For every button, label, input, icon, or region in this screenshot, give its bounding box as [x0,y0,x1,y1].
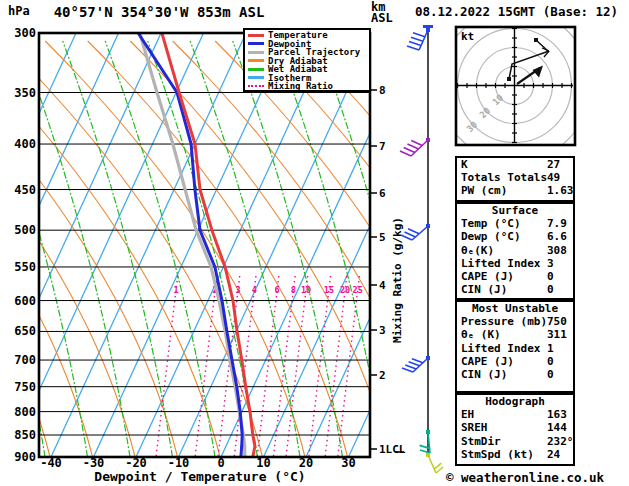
wind-barb-400 [400,138,430,156]
table-row: Dewp (°C)6.6 [457,230,573,243]
table-row: StmSpd (kt)24 [457,448,573,461]
legend-swatch-wet-adiabat [248,68,264,71]
mixing-ratio-value: 4 [252,285,257,295]
sounding-curves [138,33,255,457]
km-tick-label: 7 [379,140,386,153]
temp-tick-label: 20 [299,456,313,470]
row-value: 7.9 [547,217,567,231]
mixing-ratio-value: 3 [235,285,240,295]
hodograph: 102030kt [439,10,591,162]
row-value: 0 [547,368,554,382]
row-value: 1.63 [547,184,574,198]
pressure-tick-label: 400 [14,137,36,151]
row-label: EH [461,408,474,421]
hodograph-unit-label: kt [461,30,474,43]
row-value: 0 [547,270,554,284]
km-tick-label: 8 [379,84,386,97]
mixing-ratio-value: 25 [353,285,363,295]
km-tick-label: 3 [379,324,386,337]
table-row: Temp (°C)7.9 [457,217,573,230]
curve-dewpoint [138,33,242,457]
table-row: CAPE (J)0 [457,355,573,368]
page-title: 40°57'N 354°30'W 853m ASL [38,4,280,20]
km-tick-label: 6 [379,187,386,200]
row-value: 24 [547,448,560,462]
pressure-tick-label: 450 [14,183,36,197]
row-label: Totals Totals [461,171,547,184]
row-value: 6.6 [547,230,567,244]
mixing-ratio-value: 6 [275,285,280,295]
table-surface: SurfaceTemp (°C)7.9Dewp (°C)6.6θₑ(K)308L… [455,202,575,300]
row-value: 311 [547,328,567,342]
row-value: 1 [547,342,554,356]
table-row: Lifted Index3 [457,257,573,270]
legend: TemperatureDewpointParcel TrajectoryDry … [243,28,371,92]
table-row: PW (cm)1.63 [457,184,573,197]
table-row: EH163 [457,408,573,421]
row-label: K [461,158,468,171]
pressure-tick-label: 550 [14,260,36,274]
table-row: StmDir232° [457,435,573,448]
row-label: CAPE (J) [461,355,514,368]
temp-tick-label: -30 [83,456,105,470]
table-most-unstable: Most UnstablePressure (mb)750θₑ (K)311Li… [455,300,575,393]
table-row: Pressure (mb)750 [457,315,573,328]
row-label: CAPE (J) [461,270,514,283]
table-row: CAPE (J)0 [457,270,573,283]
curve-parcel-trajectory [140,33,245,457]
pressure-tick-label: 350 [14,86,36,100]
temp-tick-label: -40 [40,456,62,470]
table-hodograph: HodographEH163SREH144StmDir232°StmSpd (k… [455,393,575,466]
row-label: StmSpd (kt) [461,448,534,461]
row-value: 0 [547,283,554,297]
wind-barb-300 [407,28,430,50]
datetime-label: 08.12.2022 15GMT (Base: 12) [404,4,629,19]
row-value: 27 [547,158,560,172]
pressure-tick-label: 500 [14,223,36,237]
pressure-tick-label: 850 [14,428,36,442]
wind-barb-500 [401,224,430,240]
table-row: K27 [457,158,573,171]
pressure-tick-label: 900 [14,450,36,464]
mixing-ratio-value: 15 [324,285,334,295]
pressure-tick-label: 650 [14,324,36,338]
km-tick-label: 2 [379,369,386,382]
row-value: 308 [547,244,567,258]
pressure-unit-label: hPa [8,4,30,18]
row-label: PW (cm) [461,184,507,197]
row-label: Temp (°C) [461,217,521,230]
skewt-page: 1234681015202530035040045050055060065070… [0,0,629,486]
table-header: Most Unstable [457,302,573,315]
row-label: StmDir [461,435,501,448]
pressure-tick-label: 600 [14,294,36,308]
mixing-ratio-value: 20 [340,285,350,295]
row-value: 49 [547,171,560,185]
row-label: θₑ (K) [461,328,501,341]
table-row: SREH144 [457,421,573,434]
row-label: CIN (J) [461,283,507,296]
temp-tick-label: -20 [125,456,147,470]
mixing-ratio-value: 10 [301,285,311,295]
row-label: Lifted Index [461,257,540,270]
table-row: CIN (J)0 [457,283,573,296]
temp-tick-label: 0 [217,456,224,470]
legend-swatch-dry-adiabat [248,59,264,62]
temp-tick-label: -10 [168,456,190,470]
row-label: Dewp (°C) [461,230,521,243]
legend-swatch-dewpoint [248,42,264,45]
row-label: θₑ(K) [461,244,494,257]
temp-tick-label: 30 [341,456,355,470]
legend-item: Mixing Ratio [248,82,369,91]
mixing-ratio-value: 8 [291,285,296,295]
mixing-ratio-value: 1 [173,285,178,295]
row-value: 3 [547,257,554,271]
legend-label: Mixing Ratio [268,82,333,90]
row-label: Pressure (mb) [461,315,547,328]
row-label: SREH [461,421,488,434]
table-row: θₑ(K)308 [457,244,573,257]
row-label: CIN (J) [461,368,507,381]
pressure-tick-label: 700 [14,353,36,367]
table-row: CIN (J)0 [457,368,573,381]
temp-tick-label: 10 [256,456,270,470]
row-value: 232° [547,435,574,449]
